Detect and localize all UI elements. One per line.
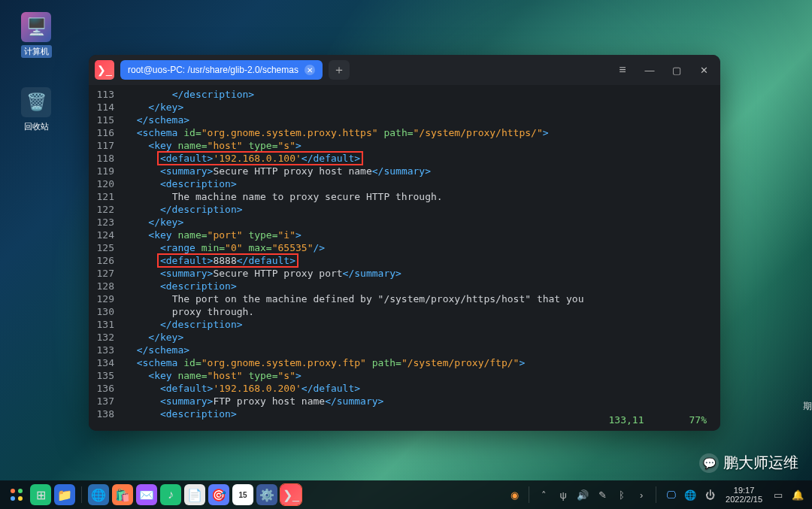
code-line: 134 <schema id="org.gnome.system.proxy.f… [89, 356, 720, 369]
line-number: 130 [89, 305, 125, 318]
files-icon[interactable]: 📁 [54, 484, 75, 505]
code-line: 133 </schema> [89, 344, 720, 356]
screenshot-icon[interactable]: 🎯 [208, 484, 229, 505]
close-button[interactable]: ✕ [693, 59, 714, 80]
line-content: </key> [125, 331, 720, 344]
svg-point-2 [11, 496, 15, 501]
line-number: 113 [89, 88, 125, 101]
browser-icon[interactable]: 🌐 [88, 484, 109, 505]
line-content: The machine name to proxy secure HTTP th… [125, 190, 720, 203]
tray-input-icon[interactable]: ✎ [594, 486, 611, 503]
terminal-tab[interactable]: root@uos-PC: /usr/share/glib-2.0/schemas… [120, 60, 323, 80]
terminal-app-icon: ❯_ [95, 60, 114, 80]
tray-volume-icon[interactable]: 🔊 [574, 486, 591, 503]
svg-point-0 [11, 489, 15, 493]
line-content: <schema id="org.gnome.system.proxy.https… [125, 126, 720, 139]
line-content: </schema> [125, 114, 720, 126]
line-content: <description> [125, 280, 720, 292]
code-line: 124 <key name="port" type="i"> [89, 229, 720, 241]
line-number: 128 [89, 280, 125, 292]
code-line: 137 <summary>FTP proxy host name</summar… [89, 395, 720, 408]
line-number: 117 [89, 139, 125, 152]
line-number: 135 [89, 369, 125, 382]
line-content: <summary>Secure HTTP proxy host name</su… [125, 165, 720, 177]
vim-statusbar: 133,11 77% [609, 414, 707, 426]
new-tab-button[interactable]: ＋ [329, 60, 350, 80]
line-number: 131 [89, 318, 125, 331]
line-content: <default>8888</default> [125, 254, 720, 267]
line-number: 114 [89, 101, 125, 114]
tray-power-icon[interactable]: ⏻ [701, 486, 718, 503]
line-number: 129 [89, 292, 125, 305]
code-line: 123 </key> [89, 216, 720, 229]
line-number: 126 [89, 254, 125, 267]
desktop-icon-computer[interactable]: 🖥️ 计算机 [14, 12, 59, 58]
line-content: </description> [125, 203, 720, 216]
line-content: <key name="port" type="i"> [125, 229, 720, 241]
line-number: 116 [89, 126, 125, 139]
terminal-taskbar-icon[interactable]: ❯_ [280, 484, 301, 505]
line-content: </schema> [125, 344, 720, 356]
window-titlebar[interactable]: ❯_ root@uos-PC: /usr/share/glib-2.0/sche… [89, 55, 720, 85]
line-number: 120 [89, 177, 125, 190]
code-line: 128 <description> [89, 280, 720, 292]
code-line: 135 <key name="host" type="s"> [89, 369, 720, 382]
code-line: 119 <summary>Secure HTTP proxy host name… [89, 165, 720, 177]
watermark: 💬 鹏大师运维 [699, 453, 798, 473]
line-content: <schema id="org.gnome.system.proxy.ftp" … [125, 356, 720, 369]
tray-uget-icon[interactable]: ◉ [506, 486, 523, 503]
line-content: </description> [125, 318, 720, 331]
line-number: 125 [89, 241, 125, 254]
text-editor-icon[interactable]: 📄 [184, 484, 205, 505]
line-number: 119 [89, 165, 125, 177]
line-content: <range min="0" max="65535"/> [125, 241, 720, 254]
line-number: 136 [89, 382, 125, 395]
scroll-percent: 77% [689, 414, 707, 426]
multitask-icon[interactable]: ⊞ [30, 484, 51, 505]
code-line: 130 proxy through. [89, 305, 720, 318]
launcher-icon[interactable] [6, 484, 27, 505]
music-icon[interactable]: ♪ [160, 484, 181, 505]
code-line: 129 The port on the machine defined by "… [89, 292, 720, 305]
minimize-button[interactable]: — [639, 59, 660, 80]
editor-area[interactable]: 113 </description>114 </key>115 </schema… [89, 85, 720, 431]
code-line: 113 </description> [89, 88, 720, 101]
svg-point-3 [18, 496, 23, 501]
line-number: 137 [89, 395, 125, 408]
tray-network-icon[interactable]: 🌐 [682, 486, 698, 503]
desktop-icon-label: 计算机 [21, 45, 52, 58]
menu-button[interactable]: ≡ [612, 59, 633, 80]
computer-icon: 🖥️ [21, 12, 51, 42]
tray-desktop-icon[interactable]: ▭ [770, 486, 786, 503]
maximize-button[interactable]: ▢ [666, 59, 687, 80]
line-content: proxy through. [125, 305, 720, 318]
line-number: 118 [89, 152, 125, 165]
tray-display-icon[interactable]: 🖵 [662, 486, 679, 503]
line-content: <summary>Secure HTTP proxy port</summary… [125, 267, 720, 280]
tray-chevron-icon[interactable]: › [633, 486, 650, 503]
tray-expand-icon[interactable]: ˄ [535, 486, 552, 503]
tray-notification-icon[interactable]: 🔔 [789, 486, 806, 503]
code-line: 116 <schema id="org.gnome.system.proxy.h… [89, 126, 720, 139]
line-number: 127 [89, 267, 125, 280]
line-number: 134 [89, 356, 125, 369]
code-line: 132 </key> [89, 331, 720, 344]
taskbar-clock[interactable]: 19:17 2022/2/15 [726, 486, 762, 504]
code-line: 136 <default>'192.168.0.200'</default> [89, 382, 720, 395]
code-line: 125 <range min="0" max="65535"/> [89, 241, 720, 254]
app-store-icon[interactable]: 🛍️ [112, 484, 133, 505]
wechat-icon: 💬 [699, 453, 719, 473]
mail-icon[interactable]: ✉️ [136, 484, 157, 505]
line-content: <description> [125, 177, 720, 190]
settings-icon[interactable]: ⚙️ [256, 484, 277, 505]
tray-bluetooth-icon[interactable]: ᛒ [614, 486, 630, 503]
desktop-icon-label: 回收站 [21, 120, 52, 133]
line-number: 123 [89, 216, 125, 229]
calendar-icon[interactable]: 15 [232, 484, 253, 505]
tray-usb-icon[interactable]: ψ [555, 486, 571, 503]
tab-close-icon[interactable]: ✕ [304, 65, 315, 75]
edge-text: 期 [803, 400, 812, 413]
code-line: 121 The machine name to proxy secure HTT… [89, 190, 720, 203]
code-line: 114 </key> [89, 101, 720, 114]
desktop-icon-trash[interactable]: 🗑️ 回收站 [14, 87, 59, 133]
